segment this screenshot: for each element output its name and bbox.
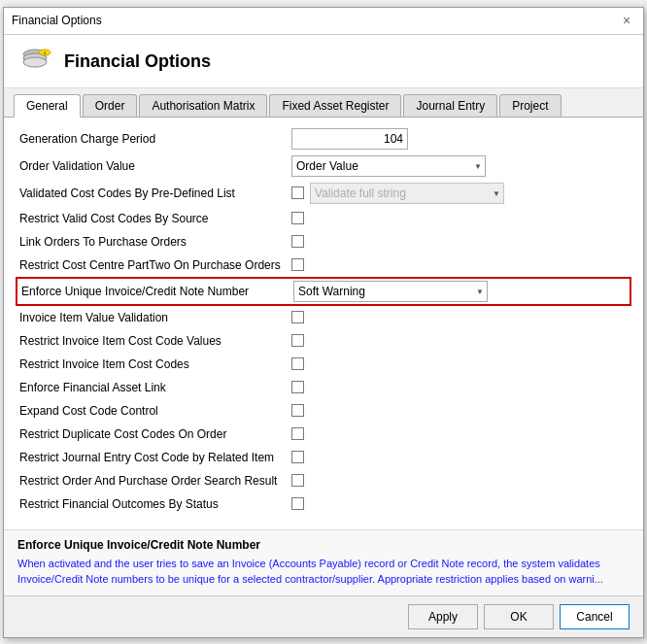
label-restrict-order-search: Restrict Order And Purchase Order Search… <box>19 474 291 488</box>
select-validate-string[interactable]: Validate full string <box>310 183 504 204</box>
header: $ Financial Options <box>4 35 643 88</box>
label-restrict-financial-outcomes: Restrict Financial Outcomes By Status <box>19 497 291 511</box>
control-enforce-unique-invoice: Soft Warning Hard Error None <box>293 281 626 302</box>
page-title: Financial Options <box>64 51 211 72</box>
label-validated-cost-codes: Validated Cost Codes By Pre-Defined List <box>19 186 291 200</box>
tab-project[interactable]: Project <box>499 94 561 117</box>
select-wrapper-enforce-unique: Soft Warning Hard Error None <box>293 281 488 302</box>
row-restrict-order-search: Restrict Order And Purchase Order Search… <box>16 469 631 492</box>
row-enforce-unique-invoice: Enforce Unique Invoice/Credit Note Numbe… <box>16 277 631 306</box>
content-area: Generation Charge Period Order Validatio… <box>4 118 643 637</box>
financial-icon: $ <box>17 45 52 80</box>
row-restrict-invoice-cost-codes: Restrict Invoice Item Cost Codes <box>16 353 631 376</box>
control-restrict-valid-cost-codes <box>291 212 628 224</box>
row-validated-cost-codes: Validated Cost Codes By Pre-Defined List… <box>16 180 631 207</box>
row-restrict-cost-centre: Restrict Cost Centre PartTwo On Purchase… <box>16 254 631 277</box>
checkbox-restrict-financial-outcomes[interactable] <box>291 497 304 510</box>
financial-options-window: Financial Options × $ Financial Options … <box>3 7 644 638</box>
control-link-orders <box>291 235 628 248</box>
control-restrict-order-search <box>291 474 628 487</box>
tab-journal-entry[interactable]: Journal Entry <box>403 94 497 117</box>
row-restrict-invoice-cost-values: Restrict Invoice Item Cost Code Values <box>16 329 631 353</box>
tab-fixed-asset-register[interactable]: Fixed Asset Register <box>269 94 401 117</box>
label-restrict-duplicate-cost-codes: Restrict Duplicate Cost Codes On Order <box>19 427 291 441</box>
tab-authorisation-matrix[interactable]: Authorisation Matrix <box>139 94 267 117</box>
checkbox-restrict-invoice-cost-values[interactable] <box>291 334 304 347</box>
tab-bar: General Order Authorisation Matrix Fixed… <box>4 88 643 118</box>
checkbox-restrict-order-search[interactable] <box>291 474 304 487</box>
control-restrict-cost-centre <box>291 258 628 271</box>
control-restrict-financial-outcomes <box>291 497 628 510</box>
checkbox-restrict-invoice-cost-codes[interactable] <box>291 357 304 370</box>
row-restrict-duplicate-cost-codes: Restrict Duplicate Cost Codes On Order <box>16 423 631 446</box>
label-link-orders: Link Orders To Purchase Orders <box>19 235 291 249</box>
select-enforce-unique-invoice[interactable]: Soft Warning Hard Error None <box>293 281 488 302</box>
row-restrict-financial-outcomes: Restrict Financial Outcomes By Status <box>16 492 631 516</box>
scrollable-area[interactable]: Generation Charge Period Order Validatio… <box>4 118 643 529</box>
close-button[interactable]: × <box>618 12 635 29</box>
label-restrict-cost-centre: Restrict Cost Centre PartTwo On Purchase… <box>19 258 291 272</box>
row-link-orders: Link Orders To Purchase Orders <box>16 230 631 254</box>
checkbox-restrict-duplicate-cost-codes[interactable] <box>291 427 304 440</box>
apply-button[interactable]: Apply <box>408 604 478 629</box>
control-restrict-duplicate-cost-codes <box>291 427 628 440</box>
tab-order[interactable]: Order <box>83 94 138 117</box>
row-expand-cost-code: Expand Cost Code Control <box>16 399 631 423</box>
checkbox-expand-cost-code[interactable] <box>291 404 304 417</box>
input-generation-charge-period[interactable] <box>291 128 408 150</box>
control-invoice-item-value <box>291 311 628 323</box>
row-restrict-valid-cost-codes: Restrict Valid Cost Codes By Source <box>16 207 631 230</box>
info-box-title: Enforce Unique Invoice/Credit Note Numbe… <box>17 538 630 552</box>
row-enforce-financial-asset: Enforce Financial Asset Link <box>16 376 631 399</box>
row-invoice-item-value: Invoice Item Value Validation <box>16 306 631 329</box>
select-order-validation-value[interactable]: Order Value None Net Value Gross Value <box>291 155 486 177</box>
title-bar: Financial Options × <box>4 8 643 35</box>
select-wrapper-order-validation: Order Value None Net Value Gross Value <box>291 155 486 177</box>
checkbox-restrict-journal-entry[interactable] <box>291 451 304 463</box>
label-restrict-journal-entry: Restrict Journal Entry Cost Code by Rela… <box>19 451 291 464</box>
control-validated-cost-codes: Validate full string <box>291 183 628 204</box>
select-wrapper-validate-string: Validate full string <box>310 183 504 204</box>
label-enforce-financial-asset: Enforce Financial Asset Link <box>19 381 291 394</box>
checkbox-restrict-valid-cost-codes[interactable] <box>291 212 304 224</box>
label-invoice-item-value: Invoice Item Value Validation <box>19 311 291 324</box>
checkbox-restrict-cost-centre[interactable] <box>291 258 304 271</box>
control-restrict-invoice-cost-codes <box>291 357 628 370</box>
control-generation-charge-period <box>291 128 628 150</box>
checkbox-invoice-item-value[interactable] <box>291 311 304 323</box>
checkbox-validated-cost-codes[interactable] <box>291 186 304 199</box>
row-generation-charge-period: Generation Charge Period <box>16 125 631 153</box>
control-expand-cost-code <box>291 404 628 417</box>
checkbox-link-orders[interactable] <box>291 235 304 248</box>
control-restrict-invoice-cost-values <box>291 334 628 347</box>
cancel-button[interactable]: Cancel <box>560 604 630 629</box>
button-bar: Apply OK Cancel <box>4 595 643 637</box>
label-expand-cost-code: Expand Cost Code Control <box>19 404 291 418</box>
ok-button[interactable]: OK <box>484 604 554 629</box>
window-title: Financial Options <box>12 14 102 27</box>
row-order-validation-value: Order Validation Value Order Value None … <box>16 153 631 180</box>
control-restrict-journal-entry <box>291 451 628 463</box>
info-box-text: When activated and the user tries to sav… <box>17 556 630 588</box>
label-enforce-unique-invoice: Enforce Unique Invoice/Credit Note Numbe… <box>21 285 293 298</box>
label-restrict-invoice-cost-values: Restrict Invoice Item Cost Code Values <box>19 334 291 348</box>
control-order-validation-value: Order Value None Net Value Gross Value <box>291 155 628 177</box>
control-enforce-financial-asset <box>291 381 628 393</box>
checkbox-enforce-financial-asset[interactable] <box>291 381 304 393</box>
label-order-validation-value: Order Validation Value <box>19 159 291 173</box>
label-restrict-invoice-cost-codes: Restrict Invoice Item Cost Codes <box>19 357 291 371</box>
label-restrict-valid-cost-codes: Restrict Valid Cost Codes By Source <box>19 212 291 225</box>
row-restrict-journal-entry: Restrict Journal Entry Cost Code by Rela… <box>16 446 631 469</box>
svg-point-4 <box>23 57 47 67</box>
tab-general[interactable]: General <box>14 94 81 118</box>
label-generation-charge-period: Generation Charge Period <box>19 132 291 146</box>
info-box: Enforce Unique Invoice/Credit Note Numbe… <box>4 529 643 595</box>
